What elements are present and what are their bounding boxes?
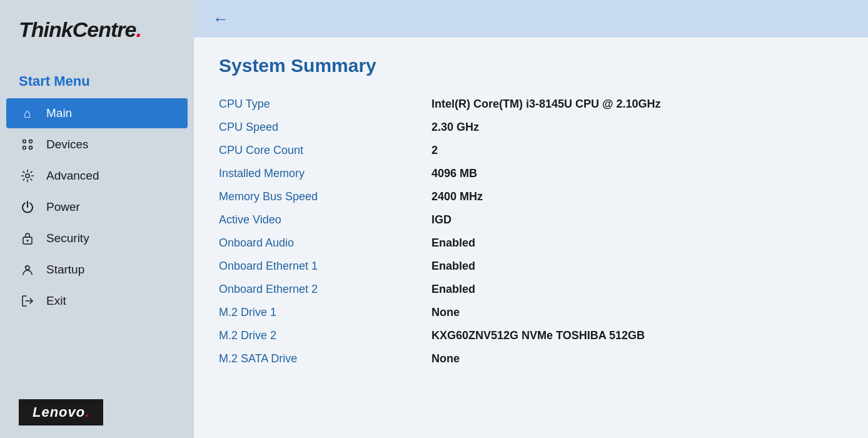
row-label: Onboard Audio bbox=[219, 232, 431, 255]
svg-point-15 bbox=[26, 266, 29, 270]
content-area: System Summary CPU TypeIntel(R) Core(TM)… bbox=[194, 38, 868, 438]
row-label: Memory Bus Speed bbox=[219, 185, 431, 208]
row-value: Intel(R) Core(TM) i3-8145U CPU @ 2.10GHz bbox=[431, 93, 843, 116]
thinkcentre-logo: ThinkCentre. bbox=[19, 18, 175, 42]
svg-line-9 bbox=[23, 171, 25, 173]
sidebar-item-label-exit: Exit bbox=[46, 294, 66, 308]
back-button[interactable]: ← bbox=[213, 9, 229, 29]
row-label: M.2 SATA Drive bbox=[219, 347, 431, 370]
row-label: M.2 Drive 2 bbox=[219, 324, 431, 347]
svg-point-1 bbox=[29, 140, 33, 143]
row-label: CPU Type bbox=[219, 93, 431, 116]
security-icon bbox=[19, 230, 36, 247]
table-row: Active VideoIGD bbox=[219, 208, 843, 232]
lenovo-text: Lenovo bbox=[33, 404, 85, 420]
main-content: ← System Summary CPU TypeIntel(R) Core(T… bbox=[194, 0, 868, 438]
table-row: M.2 SATA DriveNone bbox=[219, 347, 843, 370]
row-value: None bbox=[431, 347, 843, 370]
table-row: M.2 Drive 1None bbox=[219, 301, 843, 324]
start-menu-label: Start Menu bbox=[0, 54, 194, 98]
svg-point-14 bbox=[27, 240, 29, 242]
svg-line-10 bbox=[31, 179, 33, 181]
lenovo-dot: . bbox=[85, 404, 89, 420]
exit-icon bbox=[19, 292, 36, 310]
logo-area: ThinkCentre. bbox=[0, 0, 194, 54]
row-value: None bbox=[431, 301, 843, 324]
advanced-icon bbox=[19, 167, 36, 185]
row-value: 2 bbox=[431, 139, 843, 162]
row-value: Enabled bbox=[431, 278, 843, 301]
svg-line-12 bbox=[23, 179, 25, 181]
system-summary-table: CPU TypeIntel(R) Core(TM) i3-8145U CPU @… bbox=[219, 93, 843, 370]
power-icon bbox=[19, 198, 36, 216]
sidebar-item-power[interactable]: Power bbox=[6, 192, 188, 222]
row-value: 4096 MB bbox=[431, 162, 843, 185]
sidebar-item-label-power: Power bbox=[46, 200, 80, 214]
sidebar-item-label-devices: Devices bbox=[46, 138, 89, 151]
svg-point-4 bbox=[26, 174, 29, 178]
table-row: CPU TypeIntel(R) Core(TM) i3-8145U CPU @… bbox=[219, 93, 843, 116]
lenovo-logo: Lenovo. bbox=[19, 399, 103, 425]
top-bar: ← bbox=[194, 0, 868, 38]
row-label: Onboard Ethernet 1 bbox=[219, 255, 431, 278]
devices-icon bbox=[19, 136, 36, 153]
sidebar-item-label-main: Main bbox=[46, 106, 72, 120]
centre-text: Centre bbox=[73, 18, 136, 41]
table-row: Memory Bus Speed2400 MHz bbox=[219, 185, 843, 208]
row-value: IGD bbox=[431, 208, 843, 232]
sidebar-item-main[interactable]: ⌂ Main bbox=[6, 98, 188, 128]
row-label: Installed Memory bbox=[219, 162, 431, 185]
row-value: 2.30 GHz bbox=[431, 116, 843, 139]
table-row: Installed Memory4096 MB bbox=[219, 162, 843, 185]
sidebar-item-advanced[interactable]: Advanced bbox=[6, 161, 188, 191]
row-value: 2400 MHz bbox=[431, 185, 843, 208]
table-row: M.2 Drive 2KXG60ZNV512G NVMe TOSHIBA 512… bbox=[219, 324, 843, 347]
table-row: CPU Core Count2 bbox=[219, 139, 843, 162]
lenovo-logo-area: Lenovo. bbox=[0, 387, 194, 438]
nav-list: ⌂ Main Devices bbox=[0, 98, 194, 387]
svg-point-3 bbox=[29, 146, 33, 150]
think-text: Think bbox=[19, 18, 73, 41]
home-icon: ⌂ bbox=[19, 104, 36, 122]
logo-dot: . bbox=[136, 18, 141, 41]
sidebar-item-devices[interactable]: Devices bbox=[6, 130, 188, 160]
table-row: Onboard Ethernet 1Enabled bbox=[219, 255, 843, 278]
sidebar-item-startup[interactable]: Startup bbox=[6, 255, 188, 285]
startup-icon bbox=[19, 261, 36, 278]
sidebar-item-label-advanced: Advanced bbox=[46, 169, 99, 183]
row-label: Onboard Ethernet 2 bbox=[219, 278, 431, 301]
sidebar-item-label-security: Security bbox=[46, 232, 89, 245]
svg-line-11 bbox=[31, 171, 33, 173]
table-row: Onboard AudioEnabled bbox=[219, 232, 843, 255]
sidebar-item-security[interactable]: Security bbox=[6, 223, 188, 253]
page-title: System Summary bbox=[219, 55, 843, 76]
row-label: Active Video bbox=[219, 208, 431, 232]
row-label: CPU Core Count bbox=[219, 139, 431, 162]
table-row: CPU Speed2.30 GHz bbox=[219, 116, 843, 139]
row-value: KXG60ZNV512G NVMe TOSHIBA 512GB bbox=[431, 324, 843, 347]
row-value: Enabled bbox=[431, 232, 843, 255]
row-value: Enabled bbox=[431, 255, 843, 278]
svg-point-2 bbox=[23, 146, 26, 150]
svg-point-0 bbox=[23, 140, 26, 143]
sidebar-item-label-startup: Startup bbox=[46, 263, 84, 277]
row-label: M.2 Drive 1 bbox=[219, 301, 431, 324]
sidebar-item-exit[interactable]: Exit bbox=[6, 286, 188, 316]
table-row: Onboard Ethernet 2Enabled bbox=[219, 278, 843, 301]
row-label: CPU Speed bbox=[219, 116, 431, 139]
sidebar: ThinkCentre. Start Menu ⌂ Main Devices bbox=[0, 0, 194, 438]
